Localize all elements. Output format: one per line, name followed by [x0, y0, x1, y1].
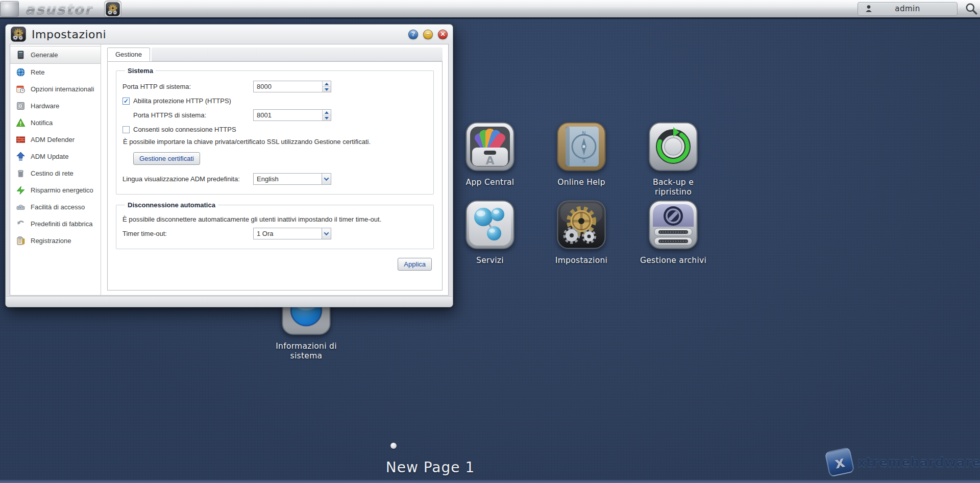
desktop-icon-backup[interactable]: Back-up e ripristino — [645, 122, 702, 198]
https-port-input[interactable] — [254, 110, 322, 120]
sidebar-item-notifica[interactable]: Notifica — [10, 114, 101, 131]
settings-window: Impostazioni ? − ✕ Generale — [5, 24, 453, 307]
desktop-icon-gestione-archivi[interactable]: Gestione archivi — [635, 200, 712, 265]
sidebar-item-label: Registrazione — [31, 237, 71, 245]
desktop-icon-app-central[interactable]: App Central — [452, 122, 528, 187]
auto-logout-section: Disconnessione automatica È possibile di… — [116, 201, 434, 249]
timeout-select[interactable]: 1 Ora — [253, 228, 331, 239]
gestione-panel: Sistema Porta HTTP di sistema: ✓ — [107, 61, 443, 291]
search-button[interactable] — [965, 2, 978, 15]
menu-toggle-button[interactable] — [0, 1, 19, 17]
window-titlebar[interactable]: Impostazioni ? − ✕ — [6, 25, 453, 44]
asustor-logo: asustor — [25, 1, 93, 17]
spin-up-icon[interactable] — [323, 110, 331, 115]
online-help-icon — [557, 122, 606, 171]
gears-icon — [106, 2, 120, 16]
sidebar-item-cestino-di-rete[interactable]: Cestino di rete — [10, 165, 101, 182]
sidebar-item-label: Risparmio energetico — [31, 186, 93, 194]
help-icon: ? — [411, 31, 415, 38]
topbar-right: admin — [857, 2, 980, 16]
certificate-manager-button[interactable]: Gestione certificati — [133, 152, 200, 165]
minimize-button[interactable]: − — [423, 30, 433, 39]
https-enable-label: Abilita protezione HTTP (HTTPS) — [133, 97, 231, 105]
sidebar-item-adm-defender[interactable]: ADM Defender — [10, 131, 101, 148]
page-name-label: New Page 1 — [377, 459, 484, 476]
spin-down-icon[interactable] — [323, 87, 331, 92]
desktop-icon-online-help[interactable]: Online Help — [543, 122, 620, 187]
sidebar-item-label: Notifica — [31, 119, 53, 127]
sidebar-item-label: Rete — [31, 68, 44, 76]
spin-down-icon[interactable] — [323, 115, 331, 120]
close-button[interactable]: ✕ — [438, 30, 448, 39]
desktop-icon-servizi[interactable]: Servizi — [452, 200, 528, 265]
device-icon — [16, 202, 26, 212]
sidebar-item-adm-update[interactable]: ADM Update — [10, 148, 101, 165]
hard-drive-icon — [16, 101, 26, 111]
language-select[interactable]: English — [253, 173, 331, 185]
https-port-label: Porta HTTPS di sistema: — [133, 111, 253, 119]
close-icon: ✕ — [440, 31, 445, 38]
apply-button[interactable]: Applica — [398, 258, 432, 271]
watermark: x xtremehardware.it — [827, 449, 980, 475]
network-globe-icon — [16, 67, 26, 77]
settings-sidebar: Generale Rete — [10, 44, 101, 295]
language-label: Lingua visualizzazione ADM predefinita: — [122, 175, 253, 183]
http-port-spin-buttons — [322, 81, 331, 92]
watermark-x-logo: x — [824, 447, 854, 477]
services-icon — [465, 200, 514, 249]
sistema-section: Sistema Porta HTTP di sistema: ✓ — [116, 67, 434, 195]
user-menu-button[interactable]: admin — [857, 2, 958, 16]
server-icon — [16, 50, 26, 60]
sidebar-item-opzioni-internazionali[interactable]: Opzioni internazionali — [10, 81, 101, 98]
tab-strip: Gestione — [107, 47, 443, 61]
https-only-checkbox[interactable]: ✓ — [122, 126, 130, 133]
sidebar-item-label: Predefiniti di fabbrica — [31, 220, 92, 228]
sidebar-item-risparmio-energetico[interactable]: Risparmio energetico — [10, 182, 101, 199]
help-button[interactable]: ? — [408, 30, 418, 39]
language-value: English — [254, 174, 322, 184]
sidebar-item-predefiniti-di-fabbrica[interactable]: Predefiniti di fabbrica — [10, 215, 101, 232]
sidebar-item-generale[interactable]: Generale — [10, 46, 101, 64]
sidebar-item-hardware[interactable]: Hardware — [10, 98, 101, 114]
desktop-icon-label: Impostazioni — [543, 256, 620, 265]
taskbar-item-impostazioni[interactable] — [104, 1, 121, 17]
desktop-icon-impostazioni[interactable]: Impostazioni — [543, 200, 620, 265]
calendar-clock-icon — [16, 84, 26, 94]
settings-gears-icon — [557, 200, 606, 249]
page-indicator-dot[interactable] — [390, 443, 397, 449]
sidebar-item-label: Generale — [31, 51, 58, 59]
storage-manager-icon — [649, 200, 698, 249]
backup-restore-icon — [649, 122, 698, 171]
watermark-text: xtremehardware.it — [857, 455, 980, 470]
minimize-icon: − — [426, 30, 430, 37]
http-port-label: Porta HTTP di sistema: — [122, 83, 253, 90]
https-enable-checkbox[interactable]: ✓ — [122, 98, 130, 105]
chevron-down-icon[interactable] — [322, 228, 331, 239]
trash-icon — [16, 168, 26, 178]
chevron-down-icon[interactable] — [322, 174, 331, 184]
sidebar-item-label: Opzioni internazionali — [31, 85, 94, 93]
desktop-icon-label: App Central — [452, 178, 528, 187]
sidebar-item-rete[interactable]: Rete — [10, 64, 101, 81]
window-body: Generale Rete — [10, 44, 449, 296]
top-bar: asustor admin — [0, 0, 980, 19]
spin-up-icon[interactable] — [323, 81, 331, 87]
https-only-label: Consenti solo connessione HTTPS — [133, 126, 236, 133]
firewall-icon — [16, 135, 26, 144]
sidebar-item-facilita-di-accesso[interactable]: Facilità di accesso — [10, 199, 101, 215]
auto-logout-note: È possibile disconnettere automaticament… — [122, 215, 427, 223]
sidebar-item-registrazione[interactable]: Registrazione — [10, 232, 101, 249]
http-port-input[interactable] — [254, 81, 322, 92]
alert-triangle-icon — [16, 118, 26, 128]
tab-gestione[interactable]: Gestione — [107, 47, 150, 61]
desktop-icon-label: Servizi — [452, 256, 528, 265]
window-gears-icon — [11, 27, 26, 42]
http-port-spinner — [253, 81, 331, 92]
desktop-icon-label: Gestione archivi — [635, 256, 712, 265]
app-central-icon — [465, 122, 514, 171]
sistema-legend: Sistema — [125, 67, 156, 75]
https-port-spinner — [253, 109, 331, 121]
sidebar-item-label: ADM Defender — [31, 136, 75, 143]
certificate-note: È possibile importare la chiave privata/… — [123, 138, 427, 146]
lightning-icon — [16, 185, 26, 195]
